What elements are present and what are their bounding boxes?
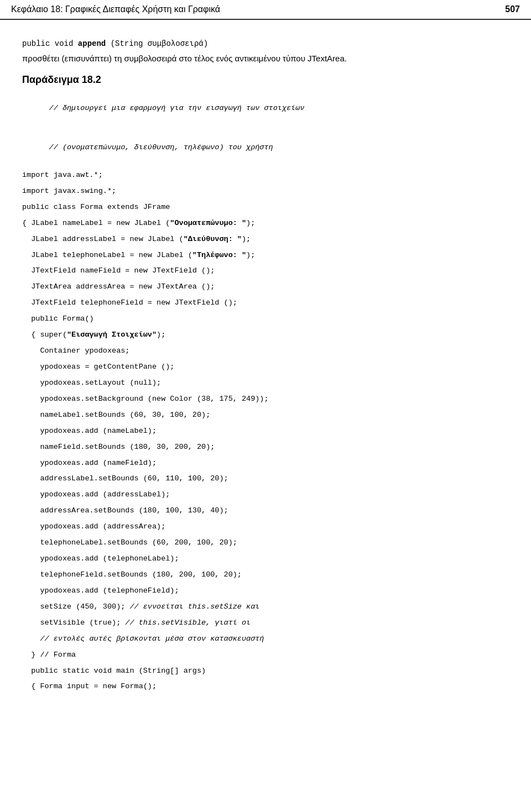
code-line-namefield: JTextField nameField = new JTextField ()… xyxy=(22,265,509,277)
code-line-namelabel-bounds: nameLabel.setBounds (60, 30, 100, 20); xyxy=(22,410,509,421)
section-comment2: // (ονοματεπώνυμο, διεύθυνση, τηλέφωνο) … xyxy=(22,130,509,165)
append-signature: public void append xyxy=(22,39,106,48)
code-line-telephonelabel: JLabel telephoneLabel = new JLabel ("Τηλ… xyxy=(22,250,509,261)
page-number: 507 xyxy=(505,4,520,14)
code-line-namelabel: { JLabel nameLabel = new JLabel ("Ονοματ… xyxy=(22,218,509,229)
code-line-namefield-bounds: nameField.setBounds (180, 30, 200, 20); xyxy=(22,442,509,453)
code-line-setsize: setSize (450, 300); // εννοείται this.se… xyxy=(22,601,509,613)
code-line-class: public class Forma extends JFrame xyxy=(22,202,509,213)
code-line-telephonelabel-bounds: telephoneLabel.setBounds (60, 200, 100, … xyxy=(22,537,509,549)
code-line-main-sig: public static void main (String[] args) xyxy=(22,666,509,677)
code-line-telephonefield-bounds: telephoneField.setBounds (180, 200, 100,… xyxy=(22,569,509,581)
header-title: Κεφάλαιο 18: Γραφικές Διεπαφές Χρήστη κα… xyxy=(11,4,220,14)
append-params: (String συμβολοσειρά) xyxy=(106,39,208,48)
code-line-add-telephonelabel: ypodoxeas.add (telephoneLabel); xyxy=(22,553,509,565)
code-line-close-constructor: } // Forma xyxy=(22,649,509,661)
header-bar: Κεφάλαιο 18: Γραφικές Διεπαφές Χρήστη κα… xyxy=(0,0,531,20)
code-line-addressarea: JTextArea addressArea = new JTextArea ()… xyxy=(22,281,509,293)
section-heading: Παράδειγμα 18.2 xyxy=(22,74,509,86)
intro-description: προσθέτει (επισυνάπτει) τη συμβολοσειρά … xyxy=(22,52,509,65)
content-area: public void append (String συμβολοσειρά)… xyxy=(0,31,531,708)
comment-line2: // (ονοματεπώνυμο, διεύθυνση, τηλέφωνο) … xyxy=(49,143,273,151)
code-line-comment-constructor: // εντολές αυτές βρίσκονται μέσα στον κα… xyxy=(22,633,509,645)
intro-paragraph: public void append (String συμβολοσειρά) xyxy=(22,36,509,50)
code-line-setbackground: ypodoxeas.setBackground (new Color (38, … xyxy=(22,394,509,405)
code-line-add-telephonefield: ypodoxeas.add (telephoneField); xyxy=(22,585,509,597)
code-line-setvisible: setVisible (true); // this.setVisible, γ… xyxy=(22,617,509,629)
code-line-getcontentpane: ypodoxeas = getContentPane (); xyxy=(22,362,509,373)
code-line-add-addresslabel: ypodoxeas.add (addressLabel); xyxy=(22,489,509,501)
code-line-main-body: { Forma input = new Forma(); xyxy=(22,681,509,693)
section-comment1: // δημιουργεί μια εφαρμογή για την εισαγ… xyxy=(22,91,509,126)
code-line-add-namefield: ypodoxeas.add (nameField); xyxy=(22,458,509,469)
code-line-setlayout: ypodoxeas.setLayout (null); xyxy=(22,378,509,389)
page-container: Κεφάλαιο 18: Γραφικές Διεπαφές Χρήστη κα… xyxy=(0,0,531,812)
code-block-main: import java.awt.*; import javax.swing.*;… xyxy=(22,170,509,693)
comment-line1: // δημιουργεί μια εφαρμογή για την εισαγ… xyxy=(49,104,305,112)
code-line-add-namelabel: ypodoxeas.add (nameLabel); xyxy=(22,426,509,437)
code-line-addresslabel: JLabel addressLabel = new JLabel ("Διεύθ… xyxy=(22,234,509,245)
code-line-addresslabel-bounds: addressLabel.setBounds (60, 110, 100, 20… xyxy=(22,473,509,485)
intro-text: προσθέτει (επισυνάπτει) τη συμβολοσειρά … xyxy=(22,54,347,63)
code-line-super: { super("Εισαγωγή Στοιχείων"); xyxy=(22,329,509,341)
code-line-container: Container ypodoxeas; xyxy=(22,345,509,357)
code-line-telephonefield: JTextField telephoneField = new JTextFie… xyxy=(22,297,509,309)
code-line-add-addressarea: ypodoxeas.add (addressArea); xyxy=(22,521,509,533)
code-line-constructor-sig: public Forma() xyxy=(22,313,509,325)
code-line-import2: import javax.swing.*; xyxy=(22,186,509,197)
code-line-import1: import java.awt.*; xyxy=(22,170,509,181)
code-line-addressarea-bounds: addressArea.setBounds (180, 100, 130, 40… xyxy=(22,505,509,517)
